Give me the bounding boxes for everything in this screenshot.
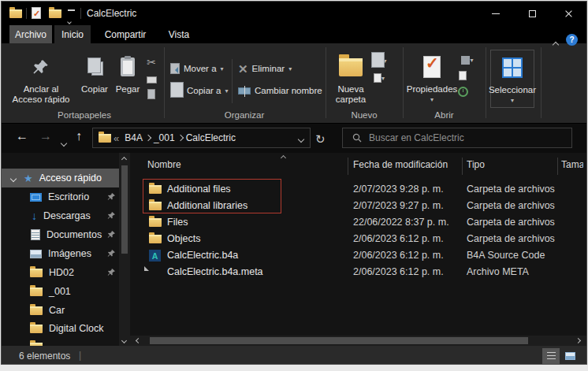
tab-compartir[interactable]: Compartir [96,25,154,43]
qat-properties-icon[interactable]: ✓ [32,7,41,19]
up-button[interactable]: ↑ [76,129,82,143]
new-item-button[interactable]: ▾ [367,72,391,84]
pin-icon [107,249,116,260]
up-arrow-icon: ↑ [76,129,82,143]
thumbnails-view-button[interactable] [561,348,579,364]
pin-icon [107,192,116,203]
paste-button[interactable]: Pegar [112,48,143,108]
pin-to-quick-access-button[interactable]: Anclar al Acceso rápido [8,48,74,108]
refresh-button[interactable]: ↻ [315,132,326,147]
file-row[interactable]: Objects 2/06/2023 6:12 p. m. Carpeta de … [130,231,571,247]
column-divider[interactable] [462,158,463,175]
sidebar-item-imagenes[interactable]: Imágenes [2,244,119,263]
folder-icon [30,269,43,277]
scroll-down-icon[interactable] [121,338,127,343]
close-icon [564,9,573,18]
sidebar-item-label: Descargas [43,210,91,221]
breadcrumb-overflow[interactable]: « [111,132,121,144]
help-button[interactable]: ? [566,34,578,46]
chevron-down-icon[interactable] [11,173,16,184]
column-header-nombre[interactable]: Nombre [147,159,181,170]
search-input[interactable] [369,132,550,143]
sidebar-item-car[interactable]: Car [2,301,119,320]
tab-inicio[interactable]: Inicio [54,25,91,43]
column-divider[interactable] [348,158,348,175]
minimize-button[interactable] [478,2,514,25]
group-label-portapapeles: Portapapeles [8,110,161,120]
properties-button[interactable]: ✓ Propiedades ▾ [408,48,456,108]
column-divider[interactable] [557,158,558,175]
sidebar-item-001[interactable]: _001 [2,282,119,301]
scrollbar-thumb[interactable] [121,165,128,254]
qat-newfolder-icon[interactable] [49,9,61,18]
column-header-tamano[interactable]: Tamaño [561,159,583,170]
breadcrumb-item[interactable]: CalcElectric [183,132,239,143]
address-dropdown-button[interactable] [299,131,303,145]
scrollbar-thumb[interactable] [150,337,528,344]
scroll-left-icon[interactable] [136,338,141,343]
file-row[interactable]: CalcElectric.b4a.meta 2/06/2023 6:12 p. … [130,264,571,280]
breadcrumb-item[interactable]: B4A [121,132,146,143]
tab-archivo[interactable]: Archivo [9,25,52,43]
download-icon: ↓ [32,210,37,222]
main-area: ★ Acceso rápido Escritorio ↓ Descargas D… [2,153,586,346]
file-row[interactable]: Files 22/06/2022 8:37 p. m. Carpeta de a… [130,214,571,231]
sidebar-item-digital-clock[interactable]: Digital Clock [2,319,119,338]
sidebar-item-escritorio[interactable]: Escritorio [2,187,119,206]
chevron-down-icon: ▾ [430,95,434,105]
paste-icon [121,53,135,81]
recent-locations-button[interactable] [61,135,66,149]
rename-button[interactable]: Cambiar nombre [238,83,322,98]
tab-vista[interactable]: Vista [159,25,199,43]
cut-button[interactable]: ✂ [144,56,158,69]
details-view-button[interactable] [542,348,560,364]
column-header-tipo[interactable]: Tipo [467,159,485,170]
select-button[interactable]: Seleccionar ▾ [490,50,534,108]
copy-to-button[interactable]: Copiar a▾ [170,83,228,98]
sidebar-item-hd02[interactable]: HD02 [2,263,119,282]
chevron-down-icon: ▾ [511,95,514,106]
move-to-button[interactable]: Mover a▾ [170,61,224,76]
search-box[interactable] [342,128,572,148]
scroll-right-icon[interactable] [575,338,581,343]
new-folder-button[interactable]: Nueva carpeta [331,48,370,108]
button-label: Eliminar [252,64,285,73]
qat-customize-icon[interactable] [68,9,75,27]
column-header-fecha[interactable]: Fecha de modificación [353,159,448,170]
chevron-down-icon: ▾ [288,65,292,72]
item-count: 6 elementos [19,351,70,362]
file-name: CalcElectric.b4a.meta [167,266,263,277]
close-button[interactable] [550,2,586,25]
forward-arrow-icon: → [39,129,52,143]
delete-button[interactable]: ✕ Eliminar▾ [238,61,292,76]
breadcrumb-item[interactable]: _001 [151,132,178,143]
b4a-file-icon: A [149,250,161,262]
file-type: Carpeta de archivos [467,184,555,195]
easy-access-button[interactable]: ▾ [367,54,391,67]
history-button[interactable] [456,85,470,98]
sidebar-item-descargas[interactable]: ↓ Descargas [2,206,119,225]
sidebar-item-quick-access[interactable]: ★ Acceso rápido [2,169,119,187]
scroll-up-icon[interactable] [121,157,127,162]
sidebar-scrollbar[interactable] [119,153,130,346]
sidebar-item-clipped[interactable] [2,337,119,346]
paste-shortcut-icon [147,89,155,99]
back-button[interactable]: ← [16,129,28,143]
forward-button[interactable]: → [39,129,52,143]
edit-button[interactable]: ▾ [456,54,479,66]
file-row[interactable]: A CalcElectric.b4a 2/06/2023 6:12 p. m. … [130,247,571,264]
copy-button[interactable]: Copiar [77,48,112,108]
collapse-ribbon-button[interactable] [553,36,558,50]
maximize-button[interactable] [514,2,550,25]
copy-path-button[interactable] [144,73,158,86]
horizontal-scrollbar[interactable] [130,336,587,346]
sidebar-item-documentos[interactable]: Documentos [2,225,119,244]
address-bar[interactable]: « B4A _001 CalcElectric [92,128,311,148]
open-file-button[interactable] [456,69,470,82]
group-separator [486,47,486,118]
file-type: Archivo META [467,266,529,277]
scissors-icon: ✂ [147,56,156,69]
tab-label: Archivo [15,29,47,40]
paste-shortcut-button[interactable] [144,87,158,100]
pin-icon [107,268,116,279]
